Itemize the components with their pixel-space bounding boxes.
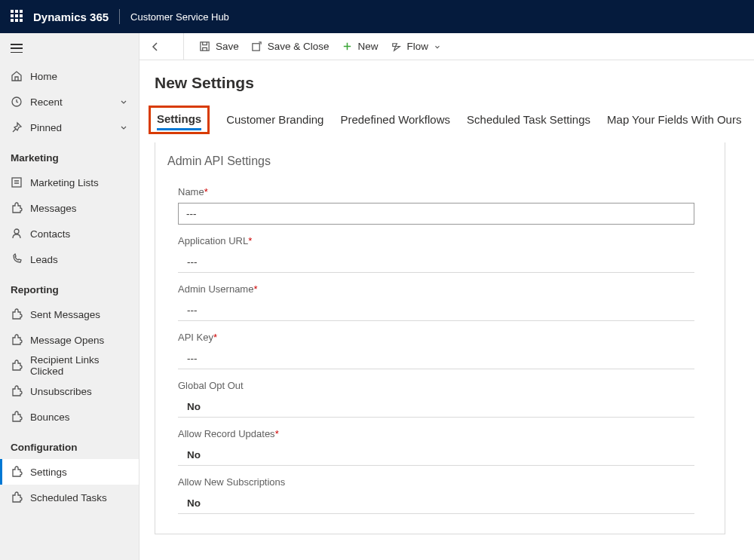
nav-sent-messages[interactable]: Sent Messages (0, 301, 139, 327)
nav-leads[interactable]: Leads (0, 246, 139, 272)
field-label: Name* (178, 186, 694, 197)
save-button[interactable]: Save (199, 41, 239, 52)
nav-unsubscribes[interactable]: Unsubscribes (0, 378, 139, 404)
list-icon (11, 176, 23, 188)
app-launcher-icon[interactable] (11, 10, 24, 23)
form-section: Admin API Settings Name* Application URL… (155, 142, 725, 534)
main-content: Save Save & Close New Flow New Settings … (139, 33, 754, 560)
new-label: New (358, 41, 379, 52)
flow-button[interactable]: Flow (391, 41, 442, 52)
nav-item-label: Marketing Lists (30, 177, 128, 188)
field-label: Admin Username* (178, 283, 694, 295)
save-close-button[interactable]: Save & Close (251, 41, 329, 52)
flow-icon (391, 41, 402, 52)
field-value[interactable]: No (178, 445, 694, 466)
new-button[interactable]: New (342, 41, 379, 52)
field-label: API Key* (178, 332, 694, 343)
nav-bounces[interactable]: Bounces (0, 404, 139, 430)
puzzle-icon (11, 411, 23, 423)
field-allow-record-updates: Allow Record Updates* No (155, 428, 725, 466)
field-label: Application URL* (178, 235, 694, 246)
save-label: Save (216, 41, 239, 52)
app-topbar: Dynamics 365 Customer Service Hub (0, 0, 754, 33)
chevron-down-icon (434, 43, 441, 50)
field-application-url: Application URL* --- (155, 235, 725, 273)
tab-scheduled-task-settings[interactable]: Scheduled Task Settings (467, 113, 590, 134)
nav-settings[interactable]: Settings (0, 459, 139, 485)
field-global-opt-out: Global Opt Out No (155, 380, 725, 418)
nav-messages[interactable]: Messages (0, 195, 139, 221)
phone-icon (11, 253, 23, 265)
field-label: Allow Record Updates* (178, 428, 694, 439)
hamburger-icon (11, 44, 23, 53)
puzzle-icon (11, 385, 23, 397)
nav-item-label: Recipient Links Clicked (30, 354, 128, 377)
nav-item-label: Unsubscribes (30, 386, 128, 397)
svg-rect-3 (201, 42, 209, 50)
nav-marketing-lists[interactable]: Marketing Lists (0, 170, 139, 195)
nav-recent[interactable]: Recent (0, 89, 139, 115)
nav-item-label: Scheduled Tasks (30, 492, 128, 503)
sidebar: Home Recent Pinned Marketing Marketing L… (0, 33, 139, 560)
field-value[interactable]: No (178, 493, 694, 514)
save-close-label: Save & Close (268, 41, 329, 52)
puzzle-icon (11, 466, 23, 478)
nav-recent-label: Recent (30, 96, 119, 108)
tab-predefined-workflows[interactable]: Predefined Workflows (340, 113, 450, 134)
save-icon (199, 41, 210, 52)
app-name: Customer Service Hub (130, 11, 229, 23)
field-value[interactable]: --- (178, 252, 694, 273)
chevron-down-icon (119, 123, 128, 132)
tab-highlight-box: Settings (149, 106, 210, 134)
field-label: Global Opt Out (178, 380, 694, 391)
nav-item-label: Settings (30, 467, 128, 478)
person-icon (11, 228, 23, 240)
tab-map-fields[interactable]: Map Your Fields With Ours (607, 113, 741, 134)
nav-message-opens[interactable]: Message Opens (0, 327, 139, 353)
nav-recipient-links[interactable]: Recipient Links Clicked (0, 353, 139, 378)
name-input[interactable] (178, 203, 694, 225)
chevron-down-icon (119, 97, 128, 106)
puzzle-icon (11, 491, 23, 503)
field-name: Name* (155, 186, 725, 225)
puzzle-icon (11, 202, 23, 214)
nav-scheduled-tasks[interactable]: Scheduled Tasks (0, 485, 139, 510)
nav-item-label: Leads (30, 254, 128, 265)
command-bar: Save Save & Close New Flow (139, 33, 754, 60)
nav-home-label: Home (30, 71, 128, 82)
svg-rect-4 (253, 44, 259, 50)
nav-item-label: Contacts (30, 228, 128, 240)
group-title-marketing: Marketing (0, 140, 139, 170)
arrow-left-icon (149, 41, 161, 53)
puzzle-icon (11, 308, 23, 320)
nav-item-label: Message Opens (30, 335, 128, 346)
field-api-key: API Key* --- (155, 332, 725, 369)
section-title: Admin API Settings (155, 155, 725, 176)
tab-bar: Settings Customer Branding Predefined Wo… (139, 92, 754, 142)
nav-item-label: Bounces (30, 412, 128, 423)
field-admin-username: Admin Username* --- (155, 283, 725, 321)
field-value[interactable]: No (178, 396, 694, 418)
tab-settings[interactable]: Settings (157, 112, 201, 130)
flow-label: Flow (407, 41, 429, 52)
page-title: New Settings (139, 74, 754, 92)
nav-contacts[interactable]: Contacts (0, 221, 139, 246)
topbar-divider (119, 9, 120, 24)
nav-pinned[interactable]: Pinned (0, 115, 139, 140)
field-label: Allow New Subscriptions (178, 476, 694, 488)
svg-point-2 (14, 229, 19, 234)
pin-icon (11, 121, 23, 133)
nav-home[interactable]: Home (0, 63, 139, 89)
home-icon (11, 70, 23, 82)
tab-customer-branding[interactable]: Customer Branding (226, 113, 323, 134)
sidebar-toggle[interactable] (0, 33, 139, 63)
field-value[interactable]: --- (178, 348, 694, 369)
nav-item-label: Sent Messages (30, 309, 128, 320)
save-close-icon (251, 41, 262, 52)
field-allow-new-subscriptions: Allow New Subscriptions No (155, 476, 725, 514)
clock-icon (11, 96, 23, 108)
nav-pinned-label: Pinned (30, 122, 119, 133)
back-button[interactable] (147, 41, 164, 53)
field-value[interactable]: --- (178, 300, 694, 321)
puzzle-icon (11, 360, 23, 372)
